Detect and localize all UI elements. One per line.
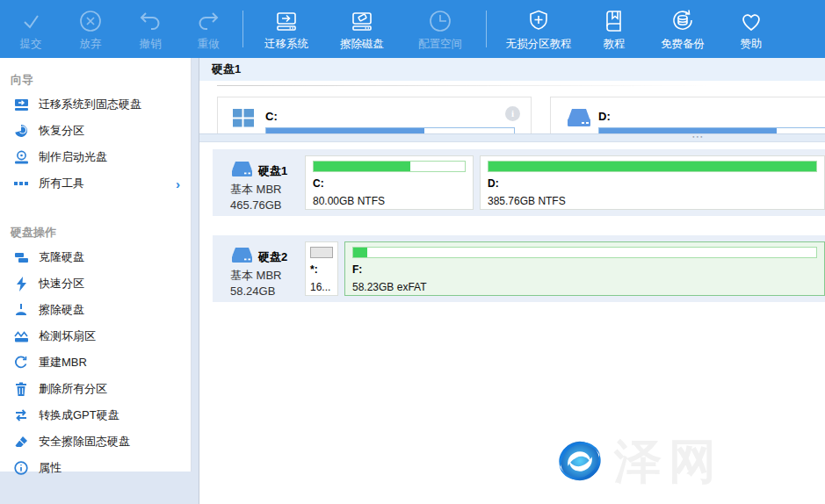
disk-list-panel: 硬盘1 基本 MBR 465.76GB C: 80.00GB NTFS D: [199, 142, 825, 504]
sidebar-item-label: 属性 [39, 460, 62, 476]
disk-row-1[interactable]: 硬盘1 基本 MBR 465.76GB C: 80.00GB NTFS D: [213, 149, 825, 216]
volume-card-c[interactable]: C: i [217, 97, 532, 133]
partition-usage-bar [488, 161, 817, 172]
sidebar-item-label: 克隆硬盘 [39, 249, 84, 265]
sidebar-item-convert-to-gpt[interactable]: 转换成GPT硬盘 [0, 402, 191, 428]
partition-tutorial-button[interactable]: 无损分区教程 [492, 3, 585, 55]
free-backup-button[interactable]: 免费备份 [643, 3, 722, 55]
pie-chart-icon [13, 124, 29, 139]
disk-tab-strip[interactable]: 硬盘1 [199, 58, 825, 81]
partition-info: 385.76GB NTFS [488, 195, 817, 207]
partition-info: 16... [310, 281, 333, 293]
top-toolbar: 提交 放弃 撤销 重做 迁移系统 擦除磁盘 配置空间 [0, 0, 825, 58]
check-icon [18, 7, 43, 33]
sidebar-item-make-bootable-media[interactable]: 制作启动光盘 [0, 144, 191, 170]
main-area: 硬盘1 C: i D: ⋯ [199, 58, 825, 504]
sidebar-item-properties[interactable]: 属性 [0, 455, 191, 481]
disk-tab-label: 硬盘1 [212, 62, 241, 76]
partition-usage-bar [352, 247, 817, 258]
partition-info: 80.00GB NTFS [313, 195, 466, 207]
drive-eraser-icon [349, 7, 375, 33]
allocate-space-button[interactable]: 配置空间 [400, 3, 481, 55]
disk-name: 硬盘1 [258, 163, 287, 179]
partition-label: *: [310, 263, 333, 276]
submit-button[interactable]: 提交 [2, 3, 60, 55]
sidebar-section-disk-operations: 硬盘操作 克隆硬盘 快速分区 擦除硬盘 检测坏扇区 [0, 211, 191, 481]
partition-track: C: 80.00GB NTFS D: 385.76GB NTFS [305, 149, 825, 216]
redo-arrow-icon [196, 7, 221, 33]
undo-button[interactable]: 撤销 [121, 3, 179, 55]
clone-disks-icon [13, 250, 29, 265]
tutorial-button[interactable]: 教程 [585, 3, 643, 55]
partition-usage-bar [313, 161, 466, 172]
usage-fill [488, 162, 816, 171]
usage-fill [353, 248, 367, 257]
watermark-logo-icon [553, 434, 607, 488]
partition-f[interactable]: F: 58.23GB exFAT [344, 241, 825, 296]
partition-d[interactable]: D: 385.76GB NTFS [480, 155, 825, 210]
sidebar-item-quick-partition[interactable]: 快速分区 [0, 270, 191, 297]
watermark: 泽网 [553, 434, 723, 488]
pane-splitter[interactable]: ⋯ [199, 133, 825, 142]
sidebar-item-label: 删除所有分区 [39, 381, 107, 397]
donate-button[interactable]: 赞助 [722, 3, 780, 55]
partition-label: F: [352, 263, 817, 276]
partition-info: 58.23GB exFAT [352, 281, 817, 293]
sidebar-item-label: 制作启动光盘 [39, 149, 107, 165]
wave-icon [13, 329, 29, 344]
migrate-system-button[interactable]: 迁移系统 [249, 3, 324, 55]
partition-usage-bar [310, 247, 333, 258]
partition-c[interactable]: C: 80.00GB NTFS [305, 155, 474, 210]
sidebar-item-migrate-os-to-ssd[interactable]: 迁移系统到固态硬盘 [0, 91, 191, 118]
sidebar-item-check-bad-sectors[interactable]: 检测坏扇区 [0, 323, 191, 349]
sidebar-item-delete-all-partitions[interactable]: 删除所有分区 [0, 376, 191, 402]
volume-usage-bar [598, 127, 825, 133]
shield-plus-icon [526, 7, 551, 33]
cancel-circle-icon [78, 7, 103, 33]
rebuild-circular-arrow-icon [13, 356, 29, 371]
hard-drive-icon [230, 247, 254, 266]
volume-name: D: [598, 110, 611, 123]
divider-line [217, 85, 709, 86]
volume-name: C: [265, 110, 278, 123]
convert-arrows-icon [13, 408, 29, 423]
sidebar-item-secure-erase-ssd[interactable]: 安全擦除固态硬盘 [0, 428, 191, 455]
sidebar-item-label: 检测坏扇区 [39, 328, 96, 344]
windows-logo-icon [232, 107, 255, 130]
watermark-text: 泽网 [614, 434, 723, 488]
splitter-handle-icon: ⋯ [691, 129, 705, 143]
book-icon [602, 7, 626, 33]
disk-type: 基本 MBR [230, 268, 282, 284]
redo-button[interactable]: 重做 [179, 3, 237, 55]
sidebar-item-recover-partition[interactable]: 恢复分区 [0, 118, 191, 144]
chevron-right-icon: › [176, 176, 180, 191]
volume-usage-bar [265, 127, 515, 133]
sidebar-item-all-tools[interactable]: 所有工具 › [0, 170, 191, 197]
trash-icon [13, 382, 29, 397]
clock-pie-icon [428, 7, 452, 33]
section-title: 硬盘操作 [0, 221, 191, 244]
sidebar-item-label: 转换成GPT硬盘 [39, 407, 119, 423]
volume-card-d[interactable]: D: [550, 97, 825, 133]
drive-arrow-icon [273, 7, 300, 33]
toolbar-divider [242, 11, 243, 47]
lightning-icon [13, 277, 29, 292]
disk-size: 465.76GB [230, 198, 282, 212]
info-icon[interactable]: i [505, 106, 520, 121]
partition-unlabeled[interactable]: *: 16... [305, 241, 338, 296]
sidebar-item-clone-disk[interactable]: 克隆硬盘 [0, 244, 191, 270]
partition-track: *: 16... F: 58.23GB exFAT [305, 235, 825, 302]
discard-button[interactable]: 放弃 [60, 3, 121, 55]
hard-drive-icon [230, 161, 254, 180]
sidebar-item-wipe-disk[interactable]: 擦除硬盘 [0, 297, 191, 323]
database-sync-icon [669, 7, 696, 33]
sidebar-item-rebuild-mbr[interactable]: 重建MBR [0, 349, 191, 376]
usage-fill [311, 248, 332, 257]
disk-row-2[interactable]: 硬盘2 基本 MBR 58.24GB *: 16... F: 58 [213, 235, 825, 302]
volume-overview-strip: C: i D: [199, 81, 825, 133]
disk-size: 58.24GB [230, 284, 275, 298]
ellipsis-icon [13, 176, 29, 191]
erase-disk-button[interactable]: 擦除磁盘 [324, 3, 400, 55]
partition-label: C: [313, 177, 466, 190]
sidebar: 向导 迁移系统到固态硬盘 恢复分区 制作启动光盘 所有工具 › [0, 58, 192, 472]
